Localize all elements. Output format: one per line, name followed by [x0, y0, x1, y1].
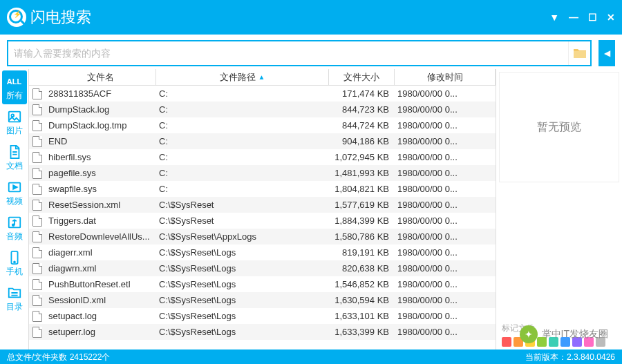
status-file-count: 总文件/文件夹数 2415222个: [7, 352, 110, 363]
file-icon: [32, 263, 42, 274]
cell-name: DumpStack.log: [46, 104, 156, 115]
cell-path: C:\$SysReset\Logs: [156, 327, 329, 337]
table-row[interactable]: PushButtonReset.etl C:\$SysReset\Logs 1,…: [29, 276, 496, 292]
sidebar-item-label: 所有: [6, 90, 23, 102]
preview-pane: 暂无预览 标记文件: [496, 69, 622, 349]
file-rows: 288311835ACF C: 171,474 KB 1980/00/00 0.…: [29, 86, 496, 349]
file-icon: [32, 279, 42, 290]
minimize-button[interactable]: —: [569, 12, 578, 23]
sidebar-item-label: 手机: [6, 266, 23, 278]
menu-button[interactable]: ▼: [549, 12, 559, 23]
cell-name: swapfile.sys: [46, 184, 156, 194]
cell-size: 844,724 KB: [329, 120, 395, 131]
sidebar-item-audio[interactable]: 音频: [2, 211, 27, 245]
table-row[interactable]: END C: 904,186 KB 1980/00/00 0...: [29, 133, 496, 149]
folder-button[interactable]: [568, 41, 590, 65]
table-row[interactable]: setupact.log C:\$SysReset\Logs 1,633,101…: [29, 308, 496, 324]
cell-date: 1980/00/00 0...: [395, 327, 496, 337]
document-icon: [5, 144, 24, 160]
sidebar-item-images[interactable]: 图片: [2, 106, 27, 140]
table-row[interactable]: swapfile.sys C: 1,804,821 KB 1980/00/00 …: [29, 181, 496, 197]
sidebar-item-label: 视频: [6, 195, 23, 207]
cell-size: 1,804,821 KB: [329, 184, 395, 194]
table-row[interactable]: Triggers.dat C:\$SysReset 1,884,399 KB 1…: [29, 213, 496, 229]
cell-date: 1980/00/00 0...: [395, 215, 496, 226]
table-row[interactable]: SessionID.xml C:\$SysReset\Logs 1,630,59…: [29, 292, 496, 308]
cell-date: 1980/00/00 0...: [395, 263, 496, 274]
sidebar-item-folder[interactable]: 目录: [2, 282, 27, 316]
cell-name: 288311835ACF: [46, 88, 156, 99]
file-icon: [32, 168, 42, 179]
table-row[interactable]: hiberfil.sys C: 1,072,945 KB 1980/00/00 …: [29, 149, 496, 165]
table-row[interactable]: DumpStack.log.tmp C: 844,724 KB 1980/00/…: [29, 117, 496, 133]
file-icon: [32, 136, 42, 147]
sidebar-item-label: 音频: [6, 231, 23, 242]
file-list: 文件名 文件路径▲ 文件大小 修改时间 288311835ACF C: 171,…: [29, 69, 496, 349]
status-bar: 总文件/文件夹数 2415222个 当前版本：2.3.840.0426: [0, 349, 622, 364]
cell-size: 1,580,786 KB: [329, 231, 395, 242]
close-button[interactable]: ✕: [607, 12, 615, 23]
search-input[interactable]: [8, 41, 568, 65]
cell-size: 1,072,945 KB: [329, 152, 395, 162]
table-row[interactable]: 288311835ACF C: 171,474 KB 1980/00/00 0.…: [29, 86, 496, 102]
col-date-header[interactable]: 修改时间: [395, 69, 496, 85]
tag-color-swatch[interactable]: [502, 337, 511, 347]
cell-size: 1,633,399 KB: [329, 327, 395, 337]
audio-icon: [5, 214, 24, 231]
table-row[interactable]: setuperr.log C:\$SysReset\Logs 1,633,399…: [29, 324, 496, 340]
sidebar-item-all[interactable]: ALL 所有: [2, 70, 27, 104]
collapse-preview-button[interactable]: ◀: [599, 40, 615, 66]
cell-size: 171,474 KB: [329, 88, 395, 99]
cell-date: 1980/00/00 0...: [395, 295, 496, 305]
cell-name: SessionID.xml: [46, 295, 156, 305]
file-icon: [32, 215, 42, 227]
cell-name: diagwrn.xml: [46, 263, 156, 274]
cell-size: 820,638 KB: [329, 263, 395, 274]
file-icon: [32, 88, 42, 99]
file-icon: [32, 200, 42, 211]
cell-name: END: [46, 136, 156, 146]
table-row[interactable]: ResetSession.xml C:\$SysReset 1,577,619 …: [29, 197, 496, 213]
col-size-header[interactable]: 文件大小: [329, 69, 395, 85]
col-path-header[interactable]: 文件路径▲: [156, 69, 329, 85]
sort-arrow-icon: ▲: [258, 73, 265, 81]
table-row[interactable]: RestoreDownlevelAllUs... C:\$SysReset\Ap…: [29, 229, 496, 245]
column-headers: 文件名 文件路径▲ 文件大小 修改时间: [29, 69, 496, 86]
cell-name: PushButtonReset.etl: [46, 279, 156, 289]
cell-date: 1980/00/00 0...: [395, 200, 496, 210]
folder-icon: [5, 285, 24, 301]
cell-path: C:: [156, 152, 329, 162]
table-row[interactable]: diagwrn.xml C:\$SysReset\Logs 820,638 KB…: [29, 260, 496, 276]
cell-date: 1980/00/00 0...: [395, 136, 496, 146]
cell-name: Triggers.dat: [46, 215, 156, 226]
cell-size: 844,723 KB: [329, 104, 395, 115]
cell-date: 1980/00/00 0...: [395, 311, 496, 321]
cell-path: C:: [156, 136, 329, 146]
sidebar: ALL 所有 图片 文档 视频 音频 手机 目录: [0, 69, 29, 349]
sidebar-item-documents[interactable]: 文档: [2, 141, 27, 175]
cell-date: 1980/00/00 0...: [395, 120, 496, 131]
sidebar-item-phone[interactable]: 手机: [2, 247, 27, 280]
table-row[interactable]: diagerr.xml C:\$SysReset\Logs 819,191 KB…: [29, 245, 496, 260]
maximize-button[interactable]: ☐: [588, 12, 597, 23]
cell-size: 1,630,594 KB: [329, 295, 395, 305]
cell-name: hiberfil.sys: [46, 152, 156, 162]
cell-size: 1,577,619 KB: [329, 200, 395, 210]
cell-path: C:\$SysReset\Logs: [156, 247, 329, 258]
cell-size: 1,884,399 KB: [329, 215, 395, 226]
sidebar-item-video[interactable]: 视频: [2, 176, 27, 210]
file-icon: [32, 120, 42, 131]
sidebar-item-label: 文档: [6, 160, 23, 172]
col-name-header[interactable]: 文件名: [46, 69, 156, 85]
cell-date: 1980/00/00 0...: [395, 231, 496, 242]
table-row[interactable]: pagefile.sys C: 1,481,993 KB 1980/00/00 …: [29, 165, 496, 181]
cell-date: 1980/00/00 0...: [395, 88, 496, 99]
cell-name: RestoreDownlevelAllUs...: [46, 231, 156, 242]
search-bar: [7, 40, 592, 66]
cell-date: 1980/00/00 0...: [395, 279, 496, 289]
cell-path: C:: [156, 88, 329, 99]
preview-empty: 暂无预览: [499, 72, 619, 182]
table-row[interactable]: DumpStack.log C: 844,723 KB 1980/00/00 0…: [29, 102, 496, 117]
file-icon: [32, 152, 42, 163]
video-icon: [5, 179, 24, 195]
